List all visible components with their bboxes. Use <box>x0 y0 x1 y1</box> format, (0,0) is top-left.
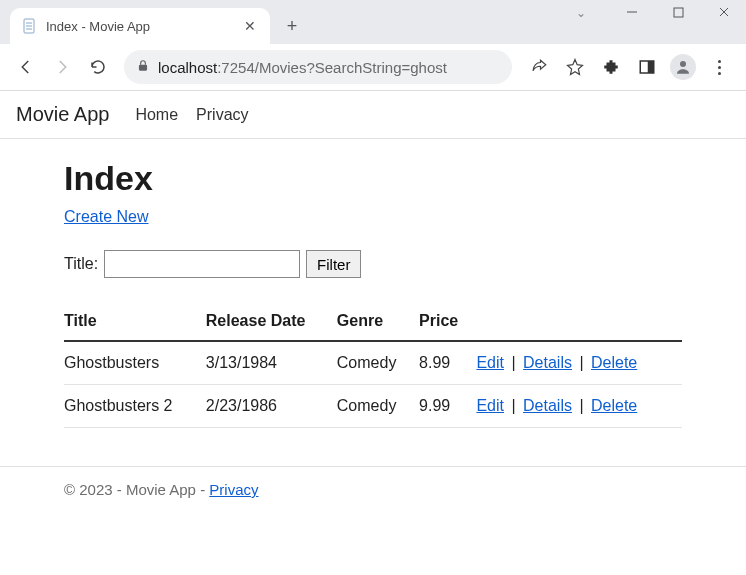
brand[interactable]: Movie App <box>16 103 109 126</box>
forward-button[interactable] <box>46 51 78 83</box>
page-title: Index <box>64 159 682 198</box>
delete-link[interactable]: Delete <box>591 397 637 414</box>
th-genre: Genre <box>337 302 419 341</box>
svg-rect-8 <box>139 64 147 70</box>
cell-price: 8.99 <box>419 341 476 385</box>
menu-button[interactable] <box>702 50 736 84</box>
back-button[interactable] <box>10 51 42 83</box>
action-sep: | <box>572 354 591 371</box>
edit-link[interactable]: Edit <box>476 397 504 414</box>
filter-button[interactable]: Filter <box>306 250 361 278</box>
titlebar: Index - Movie App ✕ + ⌄ <box>0 0 746 44</box>
th-actions <box>476 302 682 341</box>
cell-actions: Edit | Details | Delete <box>476 341 682 385</box>
avatar-icon <box>670 54 696 80</box>
reload-button[interactable] <box>82 51 114 83</box>
favicon-icon <box>22 18 38 34</box>
table-header-row: Title Release Date Genre Price <box>64 302 682 341</box>
window-controls <box>618 2 738 22</box>
footer: © 2023 - Movie App - Privacy <box>0 466 746 512</box>
action-sep: | <box>504 397 523 414</box>
cell-release_date: 3/13/1984 <box>206 341 337 385</box>
kebab-icon <box>718 60 721 75</box>
browser-tab[interactable]: Index - Movie App ✕ <box>10 8 270 44</box>
browser-chrome: Index - Movie App ✕ + ⌄ <box>0 0 746 91</box>
action-sep: | <box>504 354 523 371</box>
delete-link[interactable]: Delete <box>591 354 637 371</box>
nav-link-privacy[interactable]: Privacy <box>196 106 248 124</box>
cell-price: 9.99 <box>419 385 476 428</box>
close-window-button[interactable] <box>710 2 738 22</box>
svg-point-11 <box>680 61 686 67</box>
footer-text: © 2023 - Movie App - <box>64 481 209 498</box>
details-link[interactable]: Details <box>523 397 572 414</box>
nav-link-home[interactable]: Home <box>135 106 178 124</box>
table-row: Ghostbusters3/13/1984Comedy8.99Edit | De… <box>64 341 682 385</box>
action-sep: | <box>572 397 591 414</box>
details-link[interactable]: Details <box>523 354 572 371</box>
th-release-date: Release Date <box>206 302 337 341</box>
table-row: Ghostbusters 22/23/1986Comedy9.99Edit | … <box>64 385 682 428</box>
page-body: Movie App Home Privacy Index Create New … <box>0 91 746 512</box>
url-host: localhost <box>158 59 217 76</box>
cell-title: Ghostbusters <box>64 341 206 385</box>
chevron-down-icon[interactable]: ⌄ <box>576 6 586 20</box>
filter-form: Title: Filter <box>64 250 682 278</box>
new-tab-button[interactable]: + <box>278 12 306 40</box>
svg-rect-5 <box>674 8 683 17</box>
th-price: Price <box>419 302 476 341</box>
svg-rect-10 <box>648 61 654 73</box>
close-icon[interactable]: ✕ <box>242 18 258 34</box>
panel-icon[interactable] <box>630 50 664 84</box>
toolbar-right <box>522 50 736 84</box>
th-title: Title <box>64 302 206 341</box>
movies-table: Title Release Date Genre Price Ghostbust… <box>64 302 682 428</box>
nav-links: Home Privacy <box>135 106 248 124</box>
footer-privacy-link[interactable]: Privacy <box>209 481 258 498</box>
cell-genre: Comedy <box>337 385 419 428</box>
lock-icon <box>136 59 150 76</box>
minimize-button[interactable] <box>618 2 646 22</box>
cell-genre: Comedy <box>337 341 419 385</box>
cell-title: Ghostbusters 2 <box>64 385 206 428</box>
create-new-link[interactable]: Create New <box>64 208 148 225</box>
browser-toolbar: localhost:7254/Movies?SearchString=ghost <box>0 44 746 90</box>
filter-label: Title: <box>64 255 98 273</box>
site-navbar: Movie App Home Privacy <box>0 91 746 139</box>
edit-link[interactable]: Edit <box>476 354 504 371</box>
cell-actions: Edit | Details | Delete <box>476 385 682 428</box>
url-text: localhost:7254/Movies?SearchString=ghost <box>158 59 447 76</box>
extensions-icon[interactable] <box>594 50 628 84</box>
maximize-button[interactable] <box>664 2 692 22</box>
address-bar[interactable]: localhost:7254/Movies?SearchString=ghost <box>124 50 512 84</box>
star-icon[interactable] <box>558 50 592 84</box>
title-input[interactable] <box>104 250 300 278</box>
tab-title: Index - Movie App <box>46 19 234 34</box>
profile-avatar[interactable] <box>666 50 700 84</box>
cell-release_date: 2/23/1986 <box>206 385 337 428</box>
main-container: Index Create New Title: Filter Title Rel… <box>0 139 746 448</box>
share-icon[interactable] <box>522 50 556 84</box>
url-path: :7254/Movies?SearchString=ghost <box>217 59 447 76</box>
